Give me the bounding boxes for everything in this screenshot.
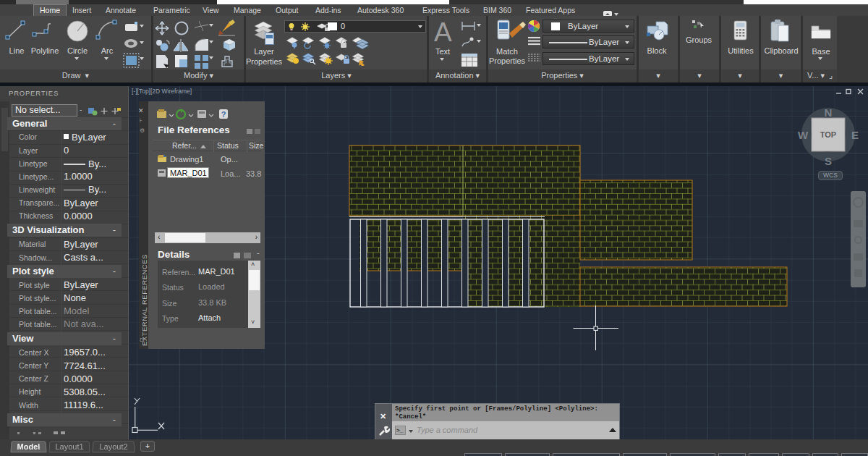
svg-text:W: W <box>798 129 809 141</box>
svg-text:N: N <box>825 106 833 119</box>
svg-text:S: S <box>825 155 832 167</box>
svg-text:TOP: TOP <box>820 130 836 139</box>
svg-text:?: ? <box>221 110 226 119</box>
svg-text:E: E <box>851 129 859 141</box>
